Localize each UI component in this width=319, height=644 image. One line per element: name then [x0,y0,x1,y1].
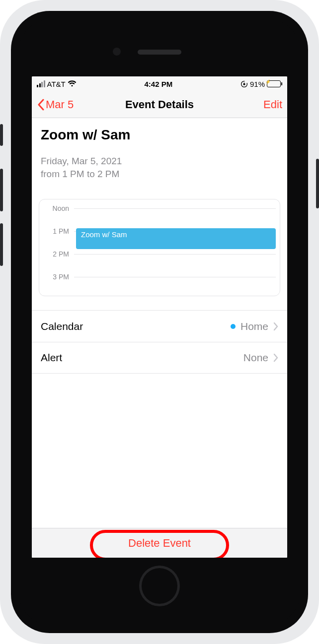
carrier-label: AT&T [47,80,66,88]
detail-list: Calendar Home Alert [32,310,287,374]
bezel-inner: AT&T 4:42 PM 91% ⚡ [19,19,300,625]
calendar-row-label: Calendar [41,321,83,332]
bezel: AT&T 4:42 PM 91% ⚡ [11,11,308,633]
device-frame: AT&T 4:42 PM 91% ⚡ [0,0,319,644]
event-header: Zoom w/ Sam Friday, Mar 5, 2021 from 1 P… [32,118,287,185]
timeline-label-2pm: 2 PM [39,250,74,258]
delete-event-button[interactable]: Delete Event [128,537,191,550]
volume-up-button [0,169,3,211]
event-date: Friday, Mar 5, 2021 [41,155,278,168]
edit-button[interactable]: Edit [263,98,282,111]
front-camera [113,48,121,56]
event-time: from 1 PM to 2 PM [41,168,278,181]
calendar-row-value: Home [240,321,268,332]
timeline-event-label: Zoom w/ Sam [81,230,127,239]
timeline-gridline [74,254,276,255]
alert-row-label: Alert [41,352,62,364]
power-button [316,159,319,208]
wifi-icon [68,80,77,87]
chevron-left-icon [37,99,45,111]
alert-row[interactable]: Alert None [32,342,287,374]
timeline-gridline [74,208,276,209]
cellular-signal-icon [37,80,45,87]
home-button[interactable] [139,566,180,606]
back-label: Mar 5 [46,98,74,111]
timeline-gridline [74,277,276,277]
status-time: 4:42 PM [145,80,173,88]
content: Zoom w/ Sam Friday, Mar 5, 2021 from 1 P… [32,118,287,558]
back-button[interactable]: Mar 5 [37,98,74,111]
battery-percent: 91% [250,80,265,88]
alert-row-value: None [243,352,268,364]
volume-down-button [0,223,3,266]
screen: AT&T 4:42 PM 91% ⚡ [32,76,287,558]
calendar-color-dot [231,324,236,329]
nav-bar: Mar 5 Event Details Edit [32,91,287,118]
rotation-lock-icon [240,80,248,88]
timeline-label-noon: Noon [39,204,74,212]
status-left: AT&T [37,80,77,88]
delete-bar: Delete Event [32,528,287,558]
battery-icon: ⚡ [267,80,282,87]
status-right: 91% ⚡ [240,80,282,88]
chevron-right-icon [273,353,278,362]
timeline-event-block[interactable]: Zoom w/ Sam [76,228,276,249]
chevron-right-icon [273,322,278,331]
mute-switch [0,124,3,146]
status-bar: AT&T 4:42 PM 91% ⚡ [32,76,287,91]
speaker-grille [138,50,181,55]
timeline-preview[interactable]: Noon 1 PM 2 PM 3 PM [39,199,280,296]
event-title: Zoom w/ Sam [41,127,278,143]
calendar-row[interactable]: Calendar Home [32,310,287,342]
timeline-label-1pm: 1 PM [39,227,74,235]
timeline-label-3pm: 3 PM [39,273,74,281]
